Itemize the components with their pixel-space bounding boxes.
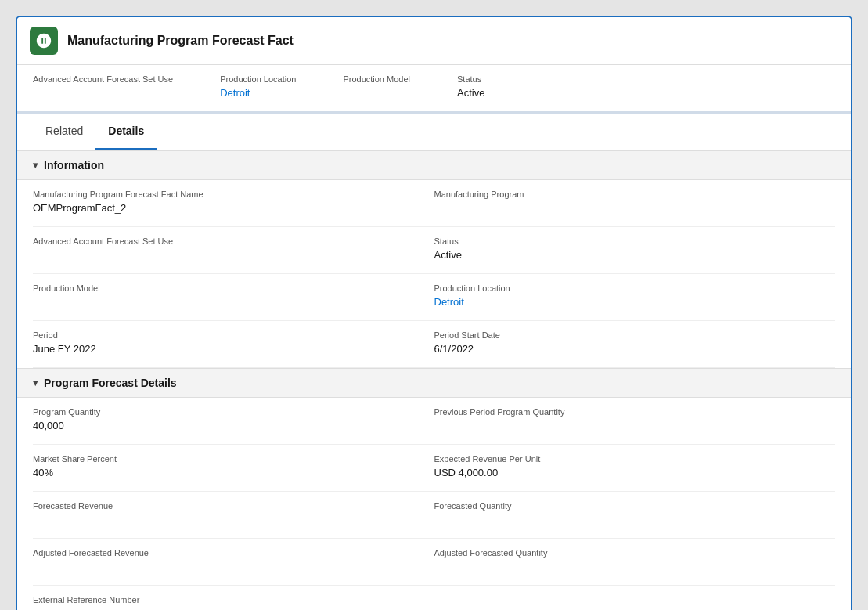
field-label-previous-period-quantity: Previous Period Program Quantity	[434, 407, 836, 417]
field-adjusted-forecasted-revenue: Adjusted Forecasted Revenue ✏	[33, 539, 434, 586]
field-label-adjusted-forecasted-revenue: Adjusted Forecasted Revenue	[33, 548, 403, 558]
meta-label-advanced-account: Advanced Account Forecast Set Use	[33, 74, 173, 84]
field-period: Period June FY 2022 ✏	[33, 321, 434, 368]
main-content: ▾ Information Manufacturing Program Fore…	[17, 150, 851, 610]
field-program-quantity: Program Quantity 40,000 ✏	[33, 398, 434, 445]
field-placeholder-right	[434, 586, 836, 610]
meta-value-production-location-link[interactable]: Detroit	[220, 87, 296, 99]
information-fields-grid: Manufacturing Program Forecast Fact Name…	[17, 180, 851, 368]
field-value-expected-revenue-per-unit: USD 4,000.00	[434, 467, 836, 478]
field-label-advanced-account: Advanced Account Forecast Set Use	[33, 236, 403, 246]
header-title: Manufacturing Program Forecast Fact	[67, 34, 294, 48]
field-value-forecast-fact-name: OEMProgramFact_2	[33, 202, 403, 214]
meta-field-advanced-account: Advanced Account Forecast Set Use	[33, 74, 173, 99]
field-label-external-reference-number: External Reference Number	[33, 595, 403, 605]
field-label-period-start-date: Period Start Date	[434, 330, 836, 340]
section-program-forecast-label: Program Forecast Details	[44, 377, 177, 389]
program-forecast-fields-grid: Program Quantity 40,000 ✏ Previous Perio…	[17, 398, 851, 610]
field-period-start-date: Period Start Date 6/1/2022 ✏	[434, 321, 836, 368]
field-forecasted-revenue: Forecasted Revenue ✏	[33, 492, 434, 539]
section-information-header[interactable]: ▾ Information	[17, 150, 851, 180]
chevron-program-forecast-icon: ▾	[33, 377, 38, 388]
tab-related[interactable]: Related	[33, 114, 95, 150]
meta-field-production-model: Production Model	[343, 74, 410, 99]
field-adjusted-forecasted-quantity: Adjusted Forecasted Quantity ✏	[434, 539, 836, 586]
chevron-information-icon: ▾	[33, 160, 38, 171]
field-label-status: Status	[434, 236, 836, 246]
field-label-forecasted-revenue: Forecasted Revenue	[33, 501, 403, 511]
field-label-manufacturing-program: Manufacturing Program	[434, 189, 836, 199]
field-value-market-share-percent: 40%	[33, 467, 403, 478]
field-label-production-model: Production Model	[33, 283, 403, 293]
field-value-production-location[interactable]: Detroit	[434, 296, 836, 308]
field-external-reference-number: External Reference Number ✏	[33, 586, 434, 610]
field-status: Status Active ✏	[434, 227, 836, 274]
field-value-status: Active	[434, 249, 836, 261]
field-forecasted-quantity: Forecasted Quantity ✏	[434, 492, 836, 539]
section-information-label: Information	[44, 159, 104, 171]
field-label-expected-revenue-per-unit: Expected Revenue Per Unit	[434, 454, 836, 464]
meta-field-production-location: Production Location Detroit	[220, 74, 296, 99]
tab-details[interactable]: Details	[95, 114, 157, 150]
field-forecast-fact-name: Manufacturing Program Forecast Fact Name…	[33, 180, 434, 227]
field-expected-revenue-per-unit: Expected Revenue Per Unit USD 4,000.00 ✏	[434, 445, 836, 492]
app-container: Manufacturing Program Forecast Fact Adva…	[16, 16, 852, 610]
field-production-model: Production Model ✏	[33, 274, 434, 321]
meta-label-production-model: Production Model	[343, 74, 410, 84]
field-previous-period-quantity: Previous Period Program Quantity ✏	[434, 398, 836, 445]
field-production-location: Production Location Detroit ✏	[434, 274, 836, 321]
field-manufacturing-program: Manufacturing Program ✏	[434, 180, 836, 227]
meta-label-status: Status	[457, 74, 484, 84]
section-program-forecast-header[interactable]: ▾ Program Forecast Details	[17, 368, 851, 398]
meta-label-production-location: Production Location	[220, 74, 296, 84]
field-label-period: Period	[33, 330, 403, 340]
field-label-production-location: Production Location	[434, 283, 836, 293]
field-label-program-quantity: Program Quantity	[33, 407, 403, 417]
record-meta: Advanced Account Forecast Set Use Produc…	[17, 65, 851, 114]
field-label-adjusted-forecasted-quantity: Adjusted Forecasted Quantity	[434, 548, 836, 558]
tabs-bar: Related Details	[17, 114, 851, 150]
field-value-program-quantity: 40,000	[33, 420, 403, 431]
field-label-forecasted-quantity: Forecasted Quantity	[434, 501, 836, 511]
meta-field-status: Status Active	[457, 74, 484, 99]
field-value-period-start-date: 6/1/2022	[434, 343, 836, 355]
field-market-share-percent: Market Share Percent 40% ✏	[33, 445, 434, 492]
header: Manufacturing Program Forecast Fact	[17, 17, 851, 65]
field-label-market-share-percent: Market Share Percent	[33, 454, 403, 464]
field-value-period: June FY 2022	[33, 343, 403, 355]
app-icon	[30, 27, 58, 55]
field-label-forecast-fact-name: Manufacturing Program Forecast Fact Name	[33, 189, 403, 199]
field-advanced-account: Advanced Account Forecast Set Use ✏	[33, 227, 434, 274]
meta-value-status: Active	[457, 87, 484, 99]
